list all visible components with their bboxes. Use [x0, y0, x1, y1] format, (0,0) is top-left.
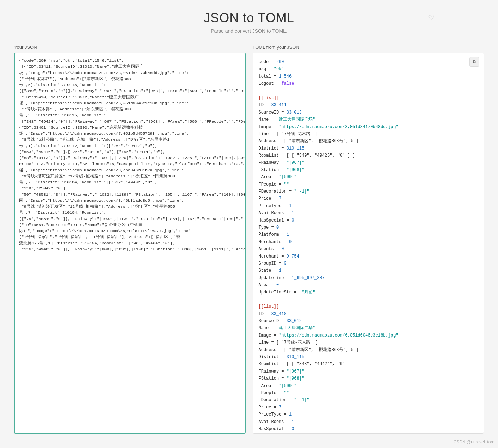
right-panel: TOML from your JSON ⧉ code = 200msg = "o…	[253, 44, 484, 434]
toml-line: Merchants = 0	[259, 238, 478, 246]
toml-line: FPeople = ""	[259, 389, 478, 396]
toml-line: District = 310_115	[259, 353, 478, 361]
toml-line: PriceType = 1	[259, 202, 478, 210]
toml-line: RoomList = [ [ "348", "49424", "0" ] ]	[259, 361, 478, 368]
toml-line: Address = [ "浦东新区", "樱花路868号", 5 ]	[259, 138, 478, 145]
toml-line: AvailRooms = 1	[259, 418, 478, 425]
toml-line: Image = "https://cdn.maomaozu.com/6,051d…	[259, 332, 478, 339]
toml-line: Logout = false	[259, 80, 478, 87]
toml-line: FDecoration = "|-1|"	[259, 188, 478, 195]
json-input[interactable]	[14, 53, 246, 434]
toml-line: Merchant = 9_754	[259, 253, 478, 260]
toml-line: GroupID = 0	[259, 260, 478, 267]
toml-line: Agents = 0	[259, 246, 478, 253]
toml-line	[259, 296, 478, 303]
toml-line: Area = 0	[259, 281, 478, 289]
left-panel-label: Your JSON	[14, 44, 246, 50]
toml-line: FRainway = "|967|"	[259, 159, 478, 166]
toml-line: Address = [ "浦东新区", "樱花路868号", 5 ]	[259, 346, 478, 353]
toml-line: Price = 7	[259, 195, 478, 202]
toml-line: Price = 7	[259, 404, 478, 411]
toml-line: FRainway = "|967|"	[259, 368, 478, 375]
toml-line	[259, 87, 478, 95]
toml-line: Type = 0	[259, 224, 478, 231]
toml-line: Line = [ "7号线-花木路" ]	[259, 131, 478, 138]
toml-line: Type = 0	[259, 432, 478, 434]
toml-line: Line = [ "7号线-花木路" ]	[259, 339, 478, 346]
toml-line: FArea = "|500|"	[259, 382, 478, 389]
toml-line: [[list]]	[259, 95, 478, 102]
toml-line: total = 1_546	[259, 73, 478, 80]
page-title: JSON to TOML	[7, 11, 491, 25]
toml-line: Image = "https://cdn.maomaozu.com/3,051d…	[259, 123, 478, 131]
toml-line: msg = "ok"	[259, 66, 478, 73]
toml-line: District = 310_115	[259, 145, 478, 152]
toml-line: Name = "建工大唐国际广场"	[259, 325, 478, 332]
toml-line: PriceType = 1	[259, 411, 478, 418]
toml-line: ID = 33_410	[259, 310, 478, 317]
toml-line: AvailRooms = 1	[259, 210, 478, 217]
heart-icon[interactable]: ♡	[428, 13, 434, 22]
toml-line: RoomList = [ [ "349", "49425", "0" ] ]	[259, 152, 478, 159]
toml-line: FPeople = ""	[259, 181, 478, 188]
toml-line: code = 200	[259, 59, 478, 66]
main-container: Your JSON TOML from your JSON ⧉ code = 2…	[0, 37, 498, 441]
toml-line: [[list]]	[259, 303, 478, 310]
toml-line: Name = "建工大唐国际广场"	[259, 116, 478, 123]
toml-output: ⧉ code = 200msg = "ok"total = 1_546Logou…	[253, 53, 484, 434]
toml-line: UpdateTimeStr = "8月前"	[259, 289, 478, 296]
page-subtitle: Parse and convert JSON to TOML.	[7, 28, 491, 34]
page-header: JSON to TOML ♡ Parse and convert JSON to…	[0, 0, 498, 37]
toml-content: code = 200msg = "ok"total = 1_546Logout …	[259, 59, 478, 434]
toml-line: HasSpecial = 0	[259, 425, 478, 432]
toml-line: FStation = "|968|"	[259, 375, 478, 382]
toml-line: FDecoration = "|-1|"	[259, 396, 478, 404]
toml-line: State = 1	[259, 267, 478, 274]
right-panel-label: TOML from your JSON	[253, 44, 484, 50]
toml-line: ID = 33_411	[259, 102, 478, 109]
toml-line: UpdateTime = 1_695_697_387	[259, 274, 478, 281]
footer-credit: CSDN @unravel_torn	[454, 440, 494, 444]
toml-line: Platform = 1	[259, 231, 478, 238]
toml-line: HasSpecial = 0	[259, 217, 478, 224]
toml-line: FStation = "|968|"	[259, 167, 478, 174]
left-panel: Your JSON	[14, 44, 246, 434]
toml-line: FArea = "|500|"	[259, 174, 478, 181]
copy-button[interactable]: ⧉	[469, 57, 479, 67]
toml-line: SourceID = 33_012	[259, 317, 478, 325]
toml-line: SourceID = 33_013	[259, 109, 478, 116]
